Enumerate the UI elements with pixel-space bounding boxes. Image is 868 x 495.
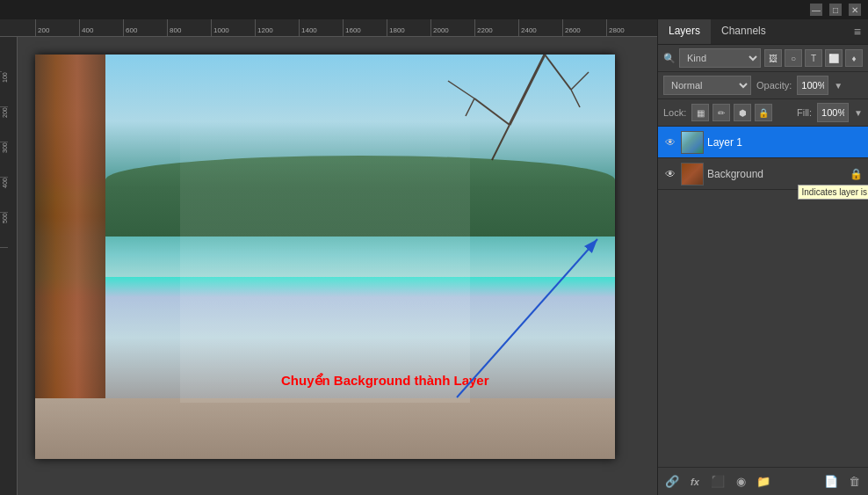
svg-line-5: [545, 55, 571, 90]
layer-list: 👁 Layer 1 👁 Background 🔒 Indicates layer…: [658, 127, 868, 467]
svg-line-1: [474, 98, 510, 125]
fill-arrow-icon: ▼: [854, 108, 863, 118]
ruler-v-mark: 300: [0, 142, 8, 178]
fill-label: Fill:: [797, 107, 812, 118]
lock-move-icon[interactable]: ⬢: [734, 104, 751, 121]
blend-row: Normal Multiply Screen Opacity: ▼: [658, 72, 868, 99]
layer-lock-icon[interactable]: 🔒 Indicates layer is ☞: [849, 167, 863, 181]
layers-bottom: 🔗 fx ⬛ ◉ 📁 📄 🗑: [658, 467, 868, 495]
ruler-mark: 1400: [299, 19, 343, 36]
cursor-hand: ☞: [852, 181, 864, 198]
ruler-v-mark: [0, 37, 2, 72]
ruler-mark: 1600: [343, 19, 387, 36]
filter-type-icon[interactable]: T: [805, 49, 822, 67]
panel-menu-button[interactable]: ≡: [847, 21, 868, 42]
svg-line-6: [571, 72, 589, 90]
layer-name-layer1: Layer 1: [707, 136, 863, 149]
new-layer-button[interactable]: 📄: [822, 473, 840, 491]
lock-checkerboard-icon[interactable]: ▦: [691, 104, 709, 121]
ruler-mark: 1800: [387, 19, 430, 36]
tab-layers[interactable]: Layers: [658, 19, 711, 44]
lock-all-icon[interactable]: 🔒: [755, 104, 772, 121]
ruler-v-marks: 100 200 300 400 500: [0, 37, 17, 248]
svg-line-7: [571, 90, 580, 107]
fill-input[interactable]: [817, 103, 849, 122]
lock-paint-icon[interactable]: ✏: [712, 104, 730, 121]
svg-line-4: [466, 98, 474, 116]
new-adjustment-button[interactable]: ◉: [732, 473, 749, 491]
ruler-mark: 200: [35, 19, 79, 36]
filter-smart-icon[interactable]: ♦: [845, 49, 863, 67]
filter-icon: 🔍: [663, 53, 676, 64]
ruler-mark: 400: [79, 19, 123, 36]
blend-mode-select[interactable]: Normal Multiply Screen: [663, 76, 751, 95]
filter-icons: 🖼 ○ T ⬜ ♦: [764, 49, 863, 67]
link-layers-button[interactable]: 🔗: [663, 473, 681, 491]
title-bar: — □ ✕: [0, 0, 868, 19]
new-group-button[interactable]: 📁: [755, 473, 772, 491]
layer-visibility-eye[interactable]: 👁: [663, 135, 677, 149]
ruler-vertical: 100 200 300 400 500: [0, 37, 18, 495]
maximize-button[interactable]: □: [829, 4, 842, 16]
main-area: 200 400 600 800 1000 1200 1400 1600 1800…: [0, 19, 868, 495]
lock-row: Lock: ▦ ✏ ⬢ 🔒 Fill: ▼: [658, 99, 868, 127]
ruler-mark: 800: [167, 19, 211, 36]
ruler-mark: 2400: [518, 19, 562, 36]
photo-canvas: Chuyển Background thành Layer: [35, 55, 615, 459]
ruler-mark: 2200: [474, 19, 518, 36]
ruler-v-mark: 200: [0, 107, 8, 142]
filter-shape-icon[interactable]: ⬜: [825, 49, 843, 67]
tab-channels[interactable]: Channels: [711, 19, 777, 44]
ruler-v-mark: 100: [0, 72, 8, 107]
lock-tooltip: Indicates layer is: [798, 185, 868, 200]
canvas-with-ruler: 100 200 300 400 500: [0, 37, 657, 495]
add-mask-button[interactable]: ⬛: [709, 473, 727, 491]
layer-name-background: Background: [707, 168, 845, 180]
svg-line-3: [448, 81, 474, 98]
ruler-v-mark: 400: [0, 178, 8, 213]
svg-line-2: [492, 125, 510, 160]
filter-row: 🔍 Kind 🖼 ○ T ⬜ ♦: [658, 45, 868, 72]
ruler-marks: 200 400 600 800 1000 1200 1400 1600 1800…: [35, 19, 657, 36]
layer-effects-button[interactable]: fx: [686, 473, 704, 491]
filter-adjustment-icon[interactable]: ○: [785, 49, 802, 67]
ruler-mark: 1000: [211, 19, 255, 36]
title-bar-controls: — □ ✕: [810, 4, 861, 16]
filter-select[interactable]: Kind: [679, 48, 761, 68]
canvas-area: 200 400 600 800 1000 1200 1400 1600 1800…: [0, 19, 657, 495]
lock-label: Lock:: [663, 107, 686, 118]
filter-pixel-icon[interactable]: 🖼: [764, 49, 782, 67]
ruler-h-inner: 200 400 600 800 1000 1200 1400 1600 1800…: [35, 19, 657, 36]
opacity-input[interactable]: [797, 76, 828, 95]
ruler-mark: 2800: [606, 19, 650, 36]
ruler-mark: 1200: [255, 19, 299, 36]
layers-tabs: Layers Channels ≡: [658, 19, 868, 45]
layer-thumbnail-background: [681, 163, 704, 186]
delete-layer-button[interactable]: 🗑: [845, 473, 863, 491]
ruler-horizontal: 200 400 600 800 1000 1200 1400 1600 1800…: [0, 19, 657, 37]
opacity-arrow-icon: ▼: [834, 81, 843, 91]
branches-svg: [439, 55, 597, 195]
layer-thumbnail-layer1: [681, 131, 704, 154]
close-button[interactable]: ✕: [849, 4, 861, 16]
opacity-label: Opacity:: [756, 80, 792, 91]
layer-item-layer1[interactable]: 👁 Layer 1: [658, 127, 868, 158]
svg-line-0: [510, 55, 545, 125]
minimize-button[interactable]: —: [810, 4, 822, 16]
layer-item-background[interactable]: 👁 Background 🔒 Indicates layer is ☞: [658, 158, 868, 190]
ruler-mark: 2000: [430, 19, 474, 36]
ruler-mark: 600: [123, 19, 167, 36]
lock-icons: ▦ ✏ ⬢ 🔒: [691, 104, 772, 121]
ruler-v-mark: 500: [0, 213, 8, 248]
layers-panel: Layers Channels ≡ 🔍 Kind 🖼 ○ T ⬜ ♦ Norma…: [657, 19, 868, 495]
ruler-mark: 2600: [562, 19, 606, 36]
canvas-viewport: Chuyển Background thành Layer: [18, 37, 657, 495]
layer-visibility-eye-bg[interactable]: 👁: [663, 167, 677, 181]
